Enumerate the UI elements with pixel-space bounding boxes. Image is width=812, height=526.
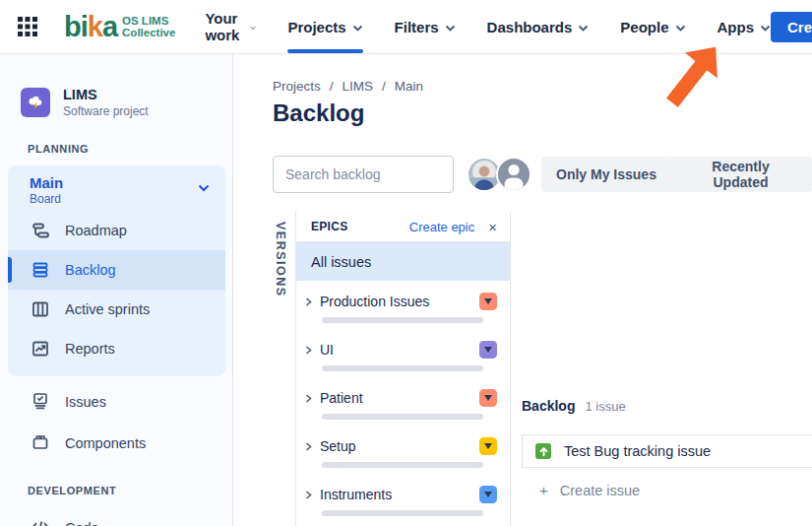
board-panel: Main Board Roadmap	[8, 165, 225, 376]
epic-name: Patient	[320, 390, 472, 406]
backlog-section-title: Backlog	[522, 398, 575, 414]
epic-name: Setup	[320, 438, 472, 454]
epic-list: Production Issues UI	[296, 281, 510, 516]
board-switcher[interactable]: Main Board	[8, 165, 225, 211]
issues-icon	[31, 391, 50, 414]
sidebar-item-label: Active sprints	[65, 301, 150, 317]
caret-down-icon	[484, 492, 492, 497]
project-info: LIMS Software project	[63, 87, 149, 118]
nav-filters[interactable]: Filters	[395, 0, 456, 54]
epic-production-issues: Production Issues	[296, 291, 510, 323]
close-icon[interactable]: ×	[488, 220, 497, 234]
breadcrumb-separator: /	[382, 79, 386, 94]
project-name: LIMS	[63, 87, 149, 102]
epic-row[interactable]: Setup	[304, 435, 497, 457]
chevron-down-icon	[675, 25, 686, 32]
recently-updated-button[interactable]: Recently Updated	[669, 157, 812, 192]
epics-panel-header: EPICS Create epic ×	[296, 212, 510, 242]
backlog-header: Backlog 1 issue	[522, 398, 812, 414]
chevron-right-icon	[304, 297, 313, 306]
caret-down-icon	[484, 443, 492, 449]
nav-projects[interactable]: Projects	[287, 0, 362, 54]
components-icon	[31, 432, 50, 455]
board-type: Board	[30, 192, 210, 206]
search-input[interactable]	[274, 166, 468, 182]
backlog-section: Backlog 1 issue Test Bug tracking issue …	[522, 398, 812, 498]
epics-panel: EPICS Create epic × All issues Productio…	[295, 212, 511, 526]
epic-row[interactable]: Instruments	[304, 484, 497, 505]
epic-row[interactable]: Patient	[304, 387, 497, 409]
nav-dashboards[interactable]: Dashboards	[487, 0, 590, 54]
breadcrumb-projects[interactable]: Projects	[273, 79, 321, 94]
project-type: Software project	[63, 104, 149, 118]
top-nav: bika OS LIMS Collective Your work Projec…	[0, 0, 812, 54]
reports-icon	[31, 339, 50, 359]
main-content: Projects / LIMS / Main Backlog	[233, 54, 812, 526]
nav-your-work[interactable]: Your work	[205, 0, 256, 54]
sidebar-item-roadmap[interactable]: Roadmap	[8, 211, 225, 250]
backlog-icon	[31, 260, 50, 280]
only-my-issues-button[interactable]: Only My Issues	[541, 157, 671, 192]
epic-progress-bar	[322, 414, 483, 420]
sidebar-item-components[interactable]: Components	[0, 423, 233, 464]
sidebar-item-active-sprints[interactable]: Active sprints	[8, 290, 225, 329]
nav-apps[interactable]: Apps	[718, 0, 772, 54]
sidebar-item-label: Code	[65, 520, 99, 526]
nav-label: People	[620, 19, 668, 35]
epic-color-dropdown[interactable]	[479, 341, 497, 359]
chevron-down-icon	[250, 25, 256, 32]
bika-logo[interactable]: bika OS LIMS Collective	[64, 13, 175, 41]
sidebar-item-label: Issues	[65, 394, 106, 410]
epic-row[interactable]: UI	[304, 339, 497, 361]
epic-row[interactable]: Production Issues	[304, 291, 497, 312]
epic-instruments: Instruments	[296, 484, 510, 516]
logo-subtitle: OS LIMS Collective	[122, 15, 175, 38]
epic-color-dropdown[interactable]	[479, 437, 497, 455]
breadcrumb-main[interactable]: Main	[395, 79, 423, 94]
chevron-right-icon	[304, 346, 313, 355]
create-issue-label: Create issue	[560, 483, 640, 498]
epic-name: Production Issues	[320, 294, 472, 309]
nav-label: Your work	[205, 10, 244, 43]
nav-label: Filters	[395, 19, 439, 35]
breadcrumb-separator: /	[330, 79, 334, 94]
board-name: Main	[30, 174, 210, 191]
issue-row[interactable]: Test Bug tracking issue	[522, 434, 812, 468]
breadcrumb-lims[interactable]: LIMS	[343, 79, 374, 94]
epic-color-dropdown[interactable]	[479, 486, 497, 503]
create-epic-link[interactable]: Create epic	[409, 220, 474, 234]
default-person-avatar[interactable]	[496, 157, 531, 192]
nav-label: Dashboards	[487, 19, 573, 35]
chevron-down-icon	[760, 25, 771, 32]
epic-color-dropdown[interactable]	[479, 389, 497, 407]
epic-color-dropdown[interactable]	[479, 293, 497, 310]
planning-section-label: PLANNING	[28, 143, 89, 155]
sidebar-item-code[interactable]: Code	[0, 507, 233, 526]
versions-collapsed-tab[interactable]: VERSIONS	[274, 222, 287, 297]
caret-down-icon	[484, 347, 492, 353]
caret-down-icon	[484, 298, 492, 304]
epics-title: EPICS	[311, 220, 348, 233]
sidebar-item-reports[interactable]: Reports	[8, 329, 225, 368]
nav-label: Apps	[718, 19, 755, 35]
sidebar-item-label: Reports	[65, 341, 115, 357]
app-switcher-icon[interactable]	[17, 15, 38, 38]
sidebar-item-label: Roadmap	[65, 223, 127, 238]
epic-progress-bar	[322, 365, 483, 371]
project-header[interactable]: LIMS Software project	[21, 87, 149, 118]
create-issue-button[interactable]: + Create issue	[539, 482, 812, 498]
logo-brand-text: bika	[64, 13, 117, 41]
plus-icon: +	[539, 482, 548, 498]
sidebar-item-label: Components	[65, 435, 146, 451]
nav-people[interactable]: People	[620, 0, 685, 54]
sidebar-item-label: Backlog	[65, 262, 116, 278]
improvement-type-icon	[535, 443, 551, 459]
sidebar-item-issues[interactable]: Issues	[0, 381, 233, 423]
all-issues-filter[interactable]: All issues	[296, 242, 510, 281]
issue-count: 1 issue	[585, 399, 625, 414]
roadmap-icon	[31, 221, 50, 240]
sidebar-item-backlog[interactable]: Backlog	[8, 250, 225, 290]
app-window: bika OS LIMS Collective Your work Projec…	[0, 0, 812, 526]
chevron-down-icon	[198, 184, 210, 192]
create-button[interactable]: Create	[771, 12, 812, 42]
